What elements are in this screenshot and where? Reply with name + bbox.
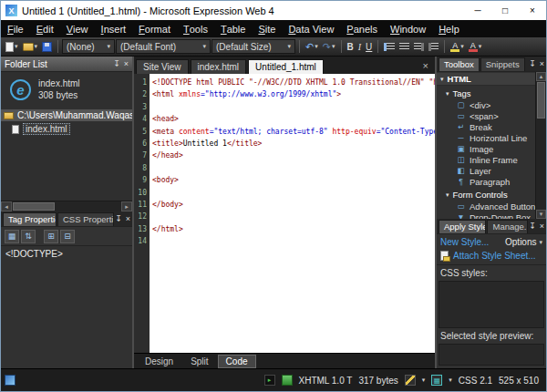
code-line-7[interactable]: </head> xyxy=(152,150,435,161)
scrollbar-track[interactable] xyxy=(12,201,121,211)
numbered-list-button[interactable] xyxy=(382,38,397,55)
close-panel-icon[interactable]: × xyxy=(540,59,544,68)
menu-item-help[interactable]: Help xyxy=(432,20,466,37)
highlight-color-button[interactable]: A ▾ xyxy=(449,38,466,55)
pin-icon[interactable]: ↧ xyxy=(113,59,120,68)
size-dropdown[interactable]: (Default Size) ▾ xyxy=(212,39,295,54)
increase-indent-button[interactable] xyxy=(427,38,440,55)
scroll-up-icon[interactable]: ▴ xyxy=(536,72,546,81)
code-line-5[interactable]: <meta content="text/html; charset=utf-8"… xyxy=(152,126,435,138)
menu-item-insert[interactable]: Insert xyxy=(95,20,133,37)
bold-button[interactable]: B xyxy=(346,38,356,55)
undo-button[interactable]: ↶ ▾ xyxy=(304,38,320,55)
new-document-button[interactable]: ▾ xyxy=(4,38,20,55)
underline-button[interactable]: U xyxy=(364,38,374,55)
css-styles-list[interactable] xyxy=(439,281,544,328)
menu-item-panels[interactable]: Panels xyxy=(340,20,384,37)
document-close-icon[interactable]: × xyxy=(418,60,433,73)
font-dropdown[interactable]: (Default Font) ▾ xyxy=(116,39,211,54)
compatibility-icon[interactable]: ▸ xyxy=(264,375,275,386)
toolbox-group-form-controls[interactable]: ▾Form Controls xyxy=(437,189,535,201)
css-schema-status[interactable]: CSS 2.1 xyxy=(459,376,492,386)
minimize-button[interactable]: ─ xyxy=(464,1,491,20)
toolbox-item-span[interactable]: ▭<span> xyxy=(437,110,535,121)
toolbox-item-drop-down-box[interactable]: ▼Drop-Down Box xyxy=(437,211,535,219)
scrollbar-thumb[interactable] xyxy=(537,82,545,119)
toolbox-tab-snippets[interactable]: Snippets xyxy=(480,57,525,71)
menu-item-view[interactable]: View xyxy=(60,20,95,37)
menu-item-format[interactable]: Format xyxy=(132,20,177,37)
style-application-icon[interactable] xyxy=(405,375,416,386)
toolbox-item-paragraph[interactable]: ¶Paragraph xyxy=(437,176,535,187)
file-item-large[interactable]: e index.html 308 bytes xyxy=(1,72,132,106)
code-line-3[interactable] xyxy=(152,101,435,113)
pin-icon[interactable]: ↧ xyxy=(529,59,536,68)
menu-item-file[interactable]: File xyxy=(1,20,30,37)
code-editor[interactable]: 1234567891011121314 <!DOCTYPE html PUBLI… xyxy=(134,74,435,353)
no-errors-icon[interactable] xyxy=(282,375,293,386)
tree-item-index-html[interactable]: index.html xyxy=(1,121,132,136)
style-dropdown[interactable]: (None) ▾ xyxy=(62,39,115,54)
code-line-2[interactable]: <html xmlns="http://www.w3.org/1999/xhtm… xyxy=(152,88,435,100)
doc-tab-index-html[interactable]: index.html xyxy=(191,59,247,74)
code-line-13[interactable]: </html> xyxy=(152,223,435,235)
code-line-11[interactable]: </body> xyxy=(152,199,435,211)
toolbox-item-div[interactable]: ▢<div> xyxy=(437,99,535,110)
menu-item-site[interactable]: Site xyxy=(252,20,282,37)
toolbox-item-advanced-button[interactable]: ▭Advanced Button xyxy=(437,201,535,211)
toolbox-tab-toolbox[interactable]: Toolbox xyxy=(439,57,480,71)
categorized-icon[interactable]: ▦ xyxy=(5,230,19,243)
close-panel-icon[interactable]: × xyxy=(540,222,544,231)
menu-item-tools[interactable]: Tools xyxy=(177,20,214,37)
scrollbar-track[interactable] xyxy=(536,119,546,210)
set-properties-icon[interactable]: ⊞ xyxy=(44,230,58,243)
page-status-icon[interactable] xyxy=(5,375,15,386)
toolbox-item-image[interactable]: ▣Image xyxy=(437,143,535,154)
close-button[interactable]: × xyxy=(519,1,546,20)
maximize-button[interactable]: □ xyxy=(491,1,519,20)
menu-item-data-view[interactable]: Data View xyxy=(282,20,340,37)
doctype-status[interactable]: XHTML 1.0 T xyxy=(299,376,353,386)
code-line-4[interactable]: <head> xyxy=(152,113,435,125)
menu-item-table[interactable]: Table xyxy=(214,20,253,37)
options-button[interactable]: Options ▾ xyxy=(505,237,542,247)
site-root-path[interactable]: C:\Users\Muhammad.Waqas\Documents\M xyxy=(1,109,132,121)
pin-icon[interactable]: ↧ xyxy=(529,222,536,231)
new-style-link[interactable]: New Style... xyxy=(440,237,489,247)
code-line-10[interactable] xyxy=(152,187,435,199)
italic-button[interactable]: I xyxy=(356,38,363,55)
pin-icon[interactable]: ↧ xyxy=(115,214,122,223)
visual-aids-icon[interactable]: ▦ xyxy=(431,375,442,386)
code-line-8[interactable] xyxy=(152,162,435,174)
code-lines[interactable]: <!DOCTYPE html PUBLIC "-//W3C//DTD XHTML… xyxy=(150,74,435,353)
code-line-9[interactable]: <body> xyxy=(152,174,435,186)
toolbox-item-layer[interactable]: ◧Layer xyxy=(437,165,535,176)
doc-tab-untitled-1-html[interactable]: Untitled_1.html xyxy=(248,59,324,74)
scrollbar-thumb[interactable] xyxy=(13,202,55,211)
close-panel-icon[interactable]: × xyxy=(126,214,130,223)
open-button[interactable]: ▾ xyxy=(21,38,40,55)
tagprops-tab-tag-properties[interactable]: Tag Properties xyxy=(3,212,57,226)
scroll-right-icon[interactable]: ▸ xyxy=(121,201,132,211)
code-line-12[interactable] xyxy=(152,211,435,222)
attach-style-sheet-link[interactable]: Attach Style Sheet... xyxy=(437,249,546,265)
save-button[interactable] xyxy=(40,38,54,55)
view-tab-split[interactable]: Split xyxy=(182,355,216,368)
code-line-1[interactable]: <!DOCTYPE html PUBLIC "-//W3C//DTD XHTML… xyxy=(152,77,435,88)
close-panel-icon[interactable]: × xyxy=(124,59,129,68)
styles-tab-apply-styles[interactable]: Apply Styles xyxy=(439,220,486,233)
menu-item-edit[interactable]: Edit xyxy=(30,20,60,37)
doc-tab-site-view[interactable]: Site View xyxy=(136,59,189,74)
view-tab-design[interactable]: Design xyxy=(137,355,181,368)
redo-button[interactable]: ↷ ▾ xyxy=(321,38,337,55)
toolbox-scrollbar[interactable]: ▴ ▾ xyxy=(535,72,546,219)
toolbox-item-inline-frame[interactable]: ◫Inline Frame xyxy=(437,154,535,165)
code-line-14[interactable] xyxy=(152,235,435,247)
font-color-button[interactable]: A ▾ xyxy=(467,38,484,55)
alphabetical-icon[interactable]: ⇅ xyxy=(21,230,36,243)
toolbox-item-horizontal-line[interactable]: ─Horizontal Line xyxy=(437,132,535,143)
view-tab-code[interactable]: Code xyxy=(218,355,256,368)
toolbox-item-break[interactable]: ↵Break xyxy=(437,121,535,132)
tagprops-tab-css-properties[interactable]: CSS Properties xyxy=(57,212,114,226)
summary-icon[interactable]: ⊟ xyxy=(60,230,75,243)
